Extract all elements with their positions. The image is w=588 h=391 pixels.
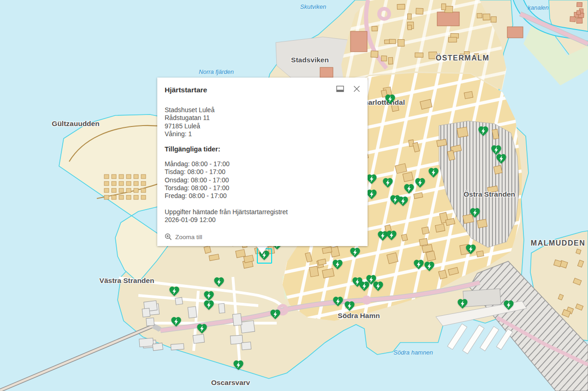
magnifier-plus-icon bbox=[165, 233, 172, 241]
aed-marker[interactable] bbox=[213, 276, 225, 288]
map-application: SkutvikenkanalenNorra fjärdenSödra hamne… bbox=[0, 0, 588, 391]
aed-marker[interactable] bbox=[349, 247, 361, 259]
feature-popup: Hjärtstartare Stadshuset LuleåRådstugata… bbox=[157, 78, 368, 246]
popup-text-line: 2026-01-09 12:00 bbox=[165, 216, 358, 224]
aed-marker[interactable] bbox=[384, 93, 396, 105]
aed-marker[interactable] bbox=[465, 243, 477, 255]
popup-hours: Måndag: 08:00 - 17:00Tisdag: 08:00 - 17:… bbox=[165, 160, 358, 200]
aed-marker[interactable] bbox=[196, 323, 208, 335]
aed-marker[interactable] bbox=[503, 299, 515, 311]
dock-icon[interactable] bbox=[335, 84, 344, 93]
popup-title: Hjärtstartare bbox=[165, 86, 358, 94]
popup-address: Stadshuset LuleåRådstugatan 1197185 Lule… bbox=[165, 106, 358, 138]
aed-marker[interactable] bbox=[477, 125, 489, 137]
aed-marker[interactable] bbox=[203, 299, 215, 311]
popup-pointer bbox=[256, 245, 268, 254]
aed-marker[interactable] bbox=[382, 177, 394, 189]
aed-marker[interactable] bbox=[397, 195, 409, 207]
popup-text-line: Rådstugatan 11 bbox=[165, 114, 358, 122]
aed-marker[interactable] bbox=[332, 295, 344, 307]
aed-marker[interactable] bbox=[386, 229, 398, 241]
popup-hours-heading: Tillgängliga tider: bbox=[165, 145, 358, 153]
aed-marker[interactable] bbox=[403, 183, 415, 195]
aed-marker[interactable] bbox=[332, 259, 344, 271]
aed-marker[interactable] bbox=[269, 308, 281, 320]
aed-marker[interactable] bbox=[469, 207, 481, 219]
popup-text-line: Våning: 1 bbox=[165, 130, 358, 138]
popup-text-line: Måndag: 08:00 - 17:00 bbox=[165, 160, 358, 168]
aed-marker[interactable] bbox=[168, 285, 180, 297]
popup-text-line: Stadshuset Luleå bbox=[165, 106, 358, 114]
aed-marker[interactable] bbox=[428, 167, 440, 179]
popup-text-line: 97185 Luleå bbox=[165, 122, 358, 130]
popup-text-line: Fredag: 08:00 - 17:00 bbox=[165, 192, 358, 200]
aed-marker[interactable] bbox=[495, 153, 507, 165]
popup-actions bbox=[335, 84, 361, 93]
aed-marker[interactable] bbox=[170, 316, 182, 328]
popup-text-line: Uppgifter hämtade från Hjärtstartarregis… bbox=[165, 208, 358, 216]
aed-marker[interactable] bbox=[232, 359, 244, 371]
zoom-to-button[interactable]: Zooma till bbox=[165, 233, 358, 241]
aed-marker[interactable] bbox=[358, 280, 370, 292]
aed-marker[interactable] bbox=[457, 298, 469, 310]
close-icon[interactable] bbox=[352, 84, 361, 93]
zoom-to-label: Zooma till bbox=[175, 234, 202, 241]
aed-marker[interactable] bbox=[372, 280, 384, 292]
aed-marker[interactable] bbox=[423, 260, 435, 272]
popup-text-line: Tisdag: 08:00 - 17:00 bbox=[165, 168, 358, 176]
popup-text-line: Torsdag: 08:00 - 17:00 bbox=[165, 184, 358, 192]
aed-marker[interactable] bbox=[414, 177, 426, 189]
popup-text-line: Onsdag: 08:00 - 17:00 bbox=[165, 176, 358, 184]
aed-marker[interactable] bbox=[344, 300, 356, 312]
popup-source: Uppgifter hämtade från Hjärtstartarregis… bbox=[165, 208, 358, 224]
